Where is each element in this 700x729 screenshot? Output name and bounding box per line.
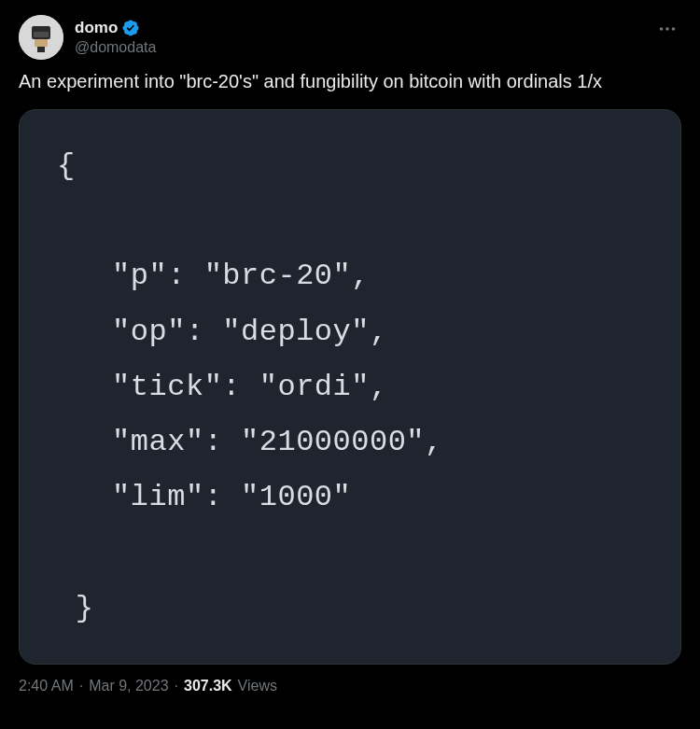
svg-rect-3 [35,39,48,47]
code-block: { "p": "brc-20", "op": "deploy", "tick":… [57,138,643,636]
views-count[interactable]: 307.3K [184,678,232,694]
header-left: domo @domodata [19,15,156,60]
tweet-time[interactable]: 2:40 AM [19,678,74,694]
svg-rect-4 [37,47,45,52]
svg-point-5 [660,27,664,31]
name-row: domo [75,18,156,38]
separator-dot: · [79,678,83,694]
svg-rect-2 [34,32,49,37]
avatar[interactable] [19,15,63,60]
tweet-text: An experiment into "brc-20's" and fungib… [19,69,681,94]
display-name[interactable]: domo [75,18,118,38]
separator-dot: · [175,678,178,694]
svg-point-7 [672,27,676,31]
svg-point-6 [665,27,669,31]
tweet-container: domo @domodata An experiment into "brc-2… [19,15,681,694]
tweet-header: domo @domodata [19,15,681,60]
more-options-icon[interactable] [653,15,681,47]
user-handle[interactable]: @domodata [75,38,156,58]
embedded-image[interactable]: { "p": "brc-20", "op": "deploy", "tick":… [19,109,681,665]
avatar-image [19,15,63,60]
tweet-date[interactable]: Mar 9, 2023 [89,678,168,694]
views-label: Views [238,678,277,694]
user-info: domo @domodata [75,18,156,58]
verified-badge-icon [121,19,140,37]
tweet-footer: 2:40 AM · Mar 9, 2023 · 307.3K Views [19,678,681,694]
